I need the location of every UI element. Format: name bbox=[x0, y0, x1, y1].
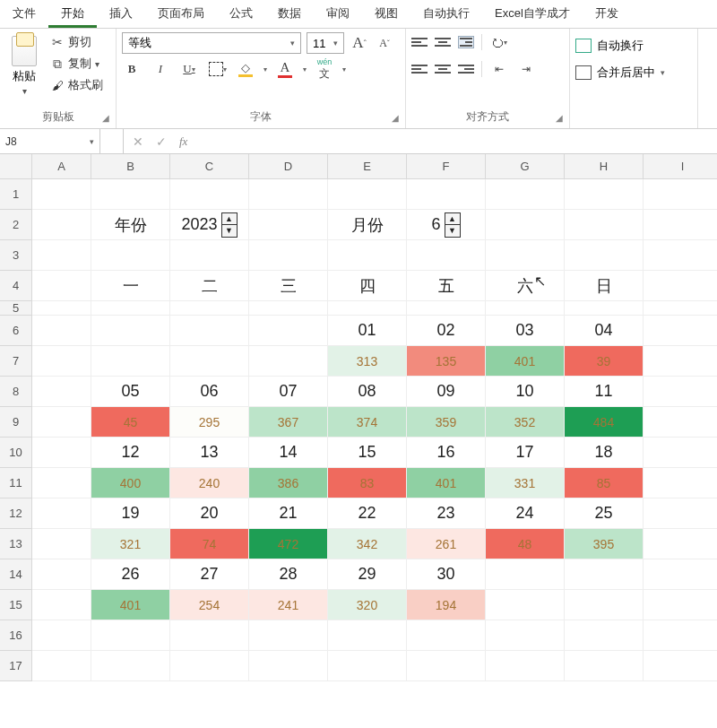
align-left-button[interactable] bbox=[411, 63, 428, 75]
increase-indent-button[interactable]: ⇥ bbox=[516, 59, 536, 79]
cell-C5[interactable] bbox=[170, 301, 249, 316]
wrap-text-button[interactable]: 自动换行 bbox=[575, 36, 692, 56]
row-header-14[interactable]: 14 bbox=[0, 559, 32, 590]
fx-icon[interactable]: fx bbox=[179, 134, 187, 149]
row-header-1[interactable]: 1 bbox=[0, 179, 32, 210]
cell-C11[interactable]: 240 bbox=[170, 468, 249, 498]
column-header-A[interactable]: A bbox=[32, 154, 91, 179]
tab-home[interactable]: 开始 bbox=[48, 0, 97, 28]
phonetic-button[interactable]: wén文 bbox=[315, 59, 333, 79]
cell-G13[interactable]: 48 bbox=[486, 529, 565, 559]
cell-F3[interactable] bbox=[407, 240, 486, 271]
underline-button[interactable]: U ▾ bbox=[179, 59, 199, 79]
cell-E3[interactable] bbox=[328, 240, 407, 271]
cell-A9[interactable] bbox=[32, 407, 91, 438]
cell-I5[interactable] bbox=[644, 301, 717, 316]
cell-A4[interactable] bbox=[32, 271, 91, 301]
cell-D10[interactable]: 14 bbox=[249, 438, 328, 468]
cell-B13[interactable]: 321 bbox=[91, 529, 170, 559]
cell-F17[interactable] bbox=[407, 651, 486, 681]
cell-G6[interactable]: 03 bbox=[486, 316, 565, 346]
cell-A11[interactable] bbox=[32, 468, 91, 498]
cell-G9[interactable]: 352 bbox=[486, 407, 565, 438]
row-header-10[interactable]: 10 bbox=[0, 438, 32, 468]
cell-E4[interactable]: 四 bbox=[328, 271, 407, 301]
tab-file[interactable]: 文件 bbox=[0, 0, 48, 28]
cell-A8[interactable] bbox=[32, 377, 91, 407]
cell-G8[interactable]: 10 bbox=[486, 377, 565, 407]
cell-G5[interactable] bbox=[486, 301, 565, 316]
chevron-down-icon[interactable]: ▾ bbox=[342, 65, 346, 74]
cell-C17[interactable] bbox=[170, 651, 249, 681]
cell-C4[interactable]: 二 bbox=[170, 271, 249, 301]
cell-C13[interactable]: 74 bbox=[170, 529, 249, 559]
cell-C3[interactable] bbox=[170, 240, 249, 271]
cell-G7[interactable]: 401 bbox=[486, 346, 565, 377]
cell-C1[interactable] bbox=[170, 179, 249, 210]
row-header-12[interactable]: 12 bbox=[0, 498, 32, 529]
cell-A16[interactable] bbox=[32, 620, 91, 651]
cell-H2[interactable] bbox=[565, 210, 644, 240]
cell-H8[interactable]: 11 bbox=[565, 377, 644, 407]
cell-H5[interactable] bbox=[565, 301, 644, 316]
cancel-formula-button[interactable]: ✕ bbox=[133, 134, 143, 149]
cell-E14[interactable]: 29 bbox=[328, 559, 407, 590]
spin-down-icon[interactable]: ▼ bbox=[445, 225, 460, 237]
cell-F14[interactable]: 30 bbox=[407, 559, 486, 590]
column-header-E[interactable]: E bbox=[328, 154, 407, 179]
cell-A5[interactable] bbox=[32, 301, 91, 316]
cell-I3[interactable] bbox=[644, 240, 717, 271]
spin-control[interactable]: ▲▼ bbox=[221, 212, 238, 238]
fill-color-button[interactable]: ◇ bbox=[237, 59, 255, 79]
merge-center-button[interactable]: 合并后居中 ▾ bbox=[575, 63, 692, 82]
cell-F5[interactable] bbox=[407, 301, 486, 316]
dialog-launcher-icon[interactable]: ◢ bbox=[389, 112, 402, 125]
cell-G4[interactable]: ↖六 bbox=[486, 271, 565, 301]
cell-D14[interactable]: 28 bbox=[249, 559, 328, 590]
cell-A3[interactable] bbox=[32, 240, 91, 271]
tab-custom-excel[interactable]: Excel自学成才 bbox=[482, 0, 583, 28]
cell-F1[interactable] bbox=[407, 179, 486, 210]
row-header-15[interactable]: 15 bbox=[0, 590, 32, 620]
cell-I1[interactable] bbox=[644, 179, 717, 210]
cell-D12[interactable]: 21 bbox=[249, 498, 328, 529]
cell-H16[interactable] bbox=[565, 620, 644, 651]
cell-D9[interactable]: 367 bbox=[249, 407, 328, 438]
cell-F15[interactable]: 194 bbox=[407, 590, 486, 620]
cell-H13[interactable]: 395 bbox=[565, 529, 644, 559]
cell-I8[interactable] bbox=[644, 377, 717, 407]
font-size-combo[interactable]: 11▾ bbox=[307, 32, 344, 54]
column-header-D[interactable]: D bbox=[249, 154, 328, 179]
cell-B10[interactable]: 12 bbox=[91, 438, 170, 468]
align-center-button[interactable] bbox=[435, 63, 451, 75]
cell-H15[interactable] bbox=[565, 590, 644, 620]
tab-data[interactable]: 数据 bbox=[265, 0, 314, 28]
cell-G12[interactable]: 24 bbox=[486, 498, 565, 529]
cell-F8[interactable]: 09 bbox=[407, 377, 486, 407]
cell-G17[interactable] bbox=[486, 651, 565, 681]
cell-E7[interactable]: 313 bbox=[328, 346, 407, 377]
cell-D16[interactable] bbox=[249, 620, 328, 651]
cell-C9[interactable]: 295 bbox=[170, 407, 249, 438]
cell-G15[interactable] bbox=[486, 590, 565, 620]
cell-A7[interactable] bbox=[32, 346, 91, 377]
row-header-3[interactable]: 3 bbox=[0, 240, 32, 271]
cell-B7[interactable] bbox=[91, 346, 170, 377]
cell-F7[interactable]: 135 bbox=[407, 346, 486, 377]
cell-I17[interactable] bbox=[644, 651, 717, 681]
cell-E9[interactable]: 374 bbox=[328, 407, 407, 438]
cell-C15[interactable]: 254 bbox=[170, 590, 249, 620]
tab-insert[interactable]: 插入 bbox=[97, 0, 145, 28]
cell-E5[interactable] bbox=[328, 301, 407, 316]
tab-developer[interactable]: 开发 bbox=[583, 0, 631, 28]
cell-D7[interactable] bbox=[249, 346, 328, 377]
tab-page-layout[interactable]: 页面布局 bbox=[145, 0, 217, 28]
cell-I15[interactable] bbox=[644, 590, 717, 620]
column-header-F[interactable]: F bbox=[407, 154, 486, 179]
cell-F11[interactable]: 401 bbox=[407, 468, 486, 498]
cell-H14[interactable] bbox=[565, 559, 644, 590]
spin-control[interactable]: ▲▼ bbox=[445, 212, 461, 238]
cell-B17[interactable] bbox=[91, 651, 170, 681]
cell-D17[interactable] bbox=[249, 651, 328, 681]
align-right-button[interactable] bbox=[458, 63, 474, 75]
